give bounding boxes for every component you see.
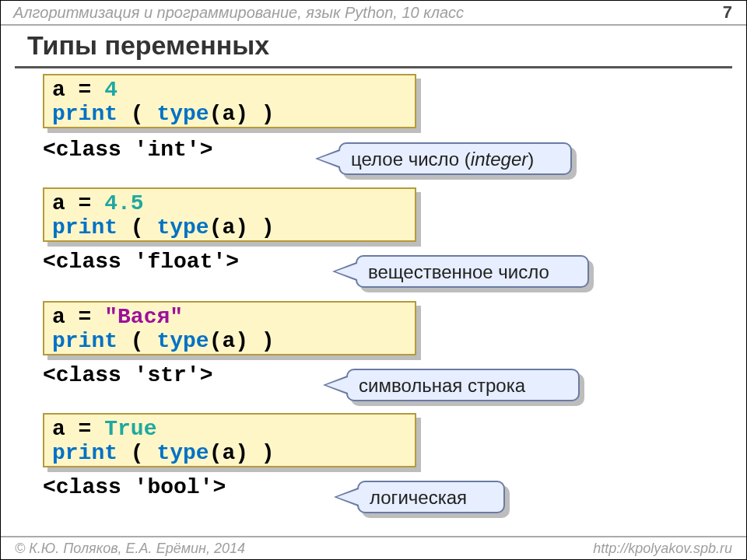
callout-em: integer	[471, 149, 528, 170]
code-value: 4.5	[104, 191, 143, 215]
callout-str: символьная строка	[346, 369, 580, 401]
callout-text: логическая	[370, 487, 467, 508]
code-type: type	[156, 441, 209, 465]
code-type: type	[156, 329, 209, 353]
code-print: print	[52, 441, 117, 465]
output-int: <class 'int'>	[43, 138, 212, 162]
callout-bool: логическая	[357, 481, 505, 513]
title-underline	[15, 66, 732, 68]
output-bool: <class 'bool'>	[43, 475, 226, 499]
code-arg: (a) )	[209, 441, 275, 465]
code-value: 4	[104, 78, 117, 102]
code-text: a =	[52, 78, 104, 102]
code-arg: (a) )	[209, 102, 275, 126]
code-arg: (a) )	[209, 215, 275, 240]
code-text: a =	[52, 417, 104, 441]
code-type: type	[156, 215, 209, 240]
code-paren: (	[117, 102, 156, 126]
code-box-bool: a = True print ( type(a) )	[43, 413, 416, 467]
code-value: True	[104, 417, 156, 441]
footer-divider	[1, 536, 746, 537]
code-print: print	[52, 215, 117, 240]
code-print: print	[52, 102, 117, 126]
code-paren: (	[117, 441, 156, 465]
code-text: a =	[52, 191, 104, 215]
code-box-int: a = 4 print ( type(a) )	[43, 74, 416, 128]
code-box-float: a = 4.5 print ( type(a) )	[43, 187, 416, 242]
output-str: <class 'str'>	[43, 363, 212, 387]
footer-left: © К.Ю. Поляков, Е.А. Ерёмин, 2014	[15, 541, 245, 557]
code-text: a =	[52, 305, 104, 329]
code-box-str: a = "Вася" print ( type(a) )	[43, 301, 416, 355]
callout-text: целое число (	[351, 149, 471, 170]
code-paren: (	[117, 329, 156, 353]
callout-text: вещественное число	[368, 261, 549, 282]
page-title: Типы переменных	[27, 30, 269, 61]
code-print: print	[52, 329, 117, 353]
code-arg: (a) )	[209, 329, 275, 353]
header-divider	[1, 24, 746, 26]
callout-text-post: )	[528, 149, 534, 170]
callout-float: вещественное число	[356, 255, 589, 288]
footer-right: http://kpolyakov.spb.ru	[593, 541, 732, 557]
header-text: Алгоритмизация и программирование, язык …	[13, 4, 464, 22]
callout-text: символьная строка	[359, 375, 525, 396]
code-type: type	[156, 102, 209, 126]
callout-int: целое число (integer)	[338, 142, 572, 175]
code-value: "Вася"	[104, 305, 183, 329]
slide: Алгоритмизация и программирование, язык …	[0, 0, 747, 560]
output-float: <class 'float'>	[43, 250, 239, 274]
page-number: 7	[723, 2, 732, 23]
code-paren: (	[117, 215, 156, 240]
